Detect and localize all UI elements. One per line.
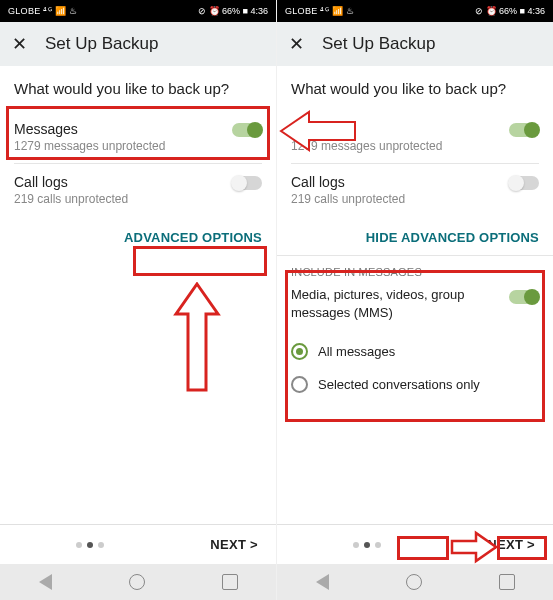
calllogs-sub: 219 calls unprotected	[14, 192, 262, 206]
include-header: INCLUDE IN MESSAGES	[291, 266, 539, 278]
page-dots	[353, 542, 381, 548]
backup-question: What would you like to back up?	[291, 80, 539, 97]
appbar-title: Set Up Backup	[45, 34, 158, 54]
calllogs-toggle[interactable]	[509, 176, 539, 190]
dot-3	[375, 542, 381, 548]
dot-1	[76, 542, 82, 548]
appbar-title: Set Up Backup	[322, 34, 435, 54]
app-bar: ✕ Set Up Backup	[0, 22, 276, 66]
dot-1	[353, 542, 359, 548]
next-button[interactable]: NEXT >	[487, 537, 535, 552]
radio-selected-icon	[291, 376, 308, 393]
calllogs-sub: 219 calls unprotected	[291, 192, 539, 206]
messages-toggle[interactable]	[509, 123, 539, 137]
status-carrier: GLOBE ⁴ᴳ 📶 ♨	[8, 6, 77, 16]
dot-3	[98, 542, 104, 548]
radio-selected-label: Selected conversations only	[318, 377, 480, 392]
screenshot-left: GLOBE ⁴ᴳ 📶 ♨ ⊘ ⏰ 66% ■ 4:36 ✕ Set Up Bac…	[0, 0, 276, 600]
messages-title: Messages	[14, 121, 262, 137]
calllogs-row[interactable]: Call logs 219 calls unprotected	[14, 164, 262, 216]
status-right: ⊘ ⏰ 66% ■ 4:36	[475, 6, 545, 16]
radio-all[interactable]: All messages	[291, 335, 539, 368]
messages-toggle[interactable]	[232, 123, 262, 137]
status-bar: GLOBE ⁴ᴳ 📶 ♨ ⊘ ⏰ 66% ■ 4:36	[277, 0, 553, 22]
radio-all-label: All messages	[318, 344, 395, 359]
calllogs-toggle[interactable]	[232, 176, 262, 190]
radio-selected[interactable]: Selected conversations only	[291, 368, 539, 401]
android-navbar	[277, 564, 553, 600]
media-row[interactable]: Media, pictures, videos, group messages …	[291, 286, 539, 321]
advanced-panel: INCLUDE IN MESSAGES Media, pictures, vid…	[277, 255, 553, 409]
nav-back-icon[interactable]	[316, 574, 329, 590]
radio-all-icon	[291, 343, 308, 360]
status-carrier: GLOBE ⁴ᴳ 📶 ♨	[285, 6, 354, 16]
advanced-options-link[interactable]: ADVANCED OPTIONS	[0, 216, 276, 255]
media-label: Media, pictures, videos, group messages …	[291, 287, 464, 320]
nav-home-icon[interactable]	[129, 574, 145, 590]
bottom-bar: NEXT >	[277, 524, 553, 564]
nav-recent-icon[interactable]	[222, 574, 238, 590]
calllogs-title: Call logs	[14, 174, 262, 190]
nav-recent-icon[interactable]	[499, 574, 515, 590]
backup-question: What would you like to back up?	[14, 80, 262, 97]
android-navbar	[0, 564, 276, 600]
messages-title: Messages	[291, 121, 539, 137]
close-icon[interactable]: ✕	[12, 33, 27, 55]
calllogs-title: Call logs	[291, 174, 539, 190]
status-bar: GLOBE ⁴ᴳ 📶 ♨ ⊘ ⏰ 66% ■ 4:36	[0, 0, 276, 22]
messages-row[interactable]: Messages 1279 messages unprotected	[14, 111, 262, 164]
page-dots	[76, 542, 104, 548]
close-icon[interactable]: ✕	[289, 33, 304, 55]
hide-advanced-options-link[interactable]: HIDE ADVANCED OPTIONS	[277, 216, 553, 255]
nav-home-icon[interactable]	[406, 574, 422, 590]
messages-sub: 1279 messages unprotected	[14, 139, 262, 153]
bottom-bar: NEXT >	[0, 524, 276, 564]
calllogs-row[interactable]: Call logs 219 calls unprotected	[291, 164, 539, 216]
app-bar: ✕ Set Up Backup	[277, 22, 553, 66]
messages-row[interactable]: Messages 1279 messages unprotected	[291, 111, 539, 164]
dot-2	[87, 542, 93, 548]
messages-sub: 1279 messages unprotected	[291, 139, 539, 153]
media-toggle[interactable]	[509, 290, 539, 304]
dot-2	[364, 542, 370, 548]
nav-back-icon[interactable]	[39, 574, 52, 590]
status-right: ⊘ ⏰ 66% ■ 4:36	[198, 6, 268, 16]
next-button[interactable]: NEXT >	[210, 537, 258, 552]
screenshot-right: GLOBE ⁴ᴳ 📶 ♨ ⊘ ⏰ 66% ■ 4:36 ✕ Set Up Bac…	[277, 0, 553, 600]
